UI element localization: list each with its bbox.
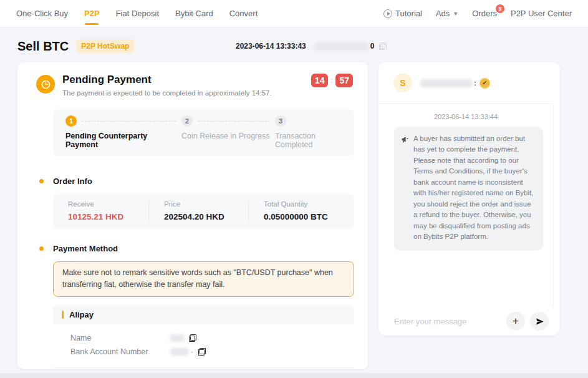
price-value: 202504.20 HKD bbox=[164, 212, 248, 221]
receive-label: Receive bbox=[68, 200, 148, 208]
nav-ads-label: Ads bbox=[436, 9, 450, 18]
quantity-field: Total Quantity 0.05000000 BTC bbox=[248, 200, 354, 221]
step-connector bbox=[198, 121, 270, 122]
orders-count-badge: 9 bbox=[496, 4, 504, 13]
page-header: Sell BTC P2P HotSwap 2023-06-14 13:33:43… bbox=[17, 35, 571, 57]
p2p-order-page: One-Click Buy P2P Fiat Deposit Bybit Car… bbox=[0, 0, 588, 378]
nav-user-center-label: P2P User Center bbox=[511, 9, 572, 18]
system-message-bubble: A buyer has submitted an order but has y… bbox=[394, 127, 543, 251]
copy-name-icon[interactable] bbox=[189, 334, 196, 342]
order-info-title: Order Info bbox=[53, 177, 354, 186]
nav-one-click-buy[interactable]: One-Click Buy bbox=[16, 0, 68, 27]
status-texts: Pending Payment The payment is expected … bbox=[62, 74, 272, 97]
account-suffix-dot: · bbox=[191, 348, 193, 356]
page-bottom-edge bbox=[0, 373, 588, 378]
attach-plus-button[interactable]: + bbox=[506, 312, 525, 331]
top-navbar: One-Click Buy P2P Fiat Deposit Bybit Car… bbox=[0, 0, 588, 27]
chat-header: S : ✔ bbox=[378, 62, 560, 104]
step-3-label: Transaction Completed bbox=[275, 132, 343, 149]
timer-seconds: 57 bbox=[335, 74, 353, 87]
counterparty-name-redacted bbox=[420, 79, 473, 87]
page-title: Sell BTC bbox=[17, 39, 69, 54]
nav-p2p[interactable]: P2P bbox=[84, 0, 100, 27]
order-timestamp: 2023-06-14 13:33:43 bbox=[236, 42, 306, 51]
payment-method-section: Payment Method Make sure not to remark s… bbox=[53, 244, 354, 368]
nav-orders[interactable]: Orders 9 bbox=[472, 9, 497, 18]
step-connector bbox=[82, 121, 176, 122]
payee-name-label: Name bbox=[70, 334, 170, 342]
nav-ads-dropdown[interactable]: Ads ▼ bbox=[436, 9, 458, 18]
copy-order-number-icon[interactable] bbox=[379, 42, 387, 50]
order-detail-card: Pending Payment The payment is expected … bbox=[17, 62, 368, 369]
chat-input-row: + bbox=[378, 308, 560, 335]
nav-tutorial[interactable]: Tutorial bbox=[383, 9, 422, 18]
accent-bar bbox=[62, 311, 64, 319]
step-1-dot: 1 bbox=[65, 115, 77, 127]
progress-steps: 1 Pending Counterparty Payment 2 Coin Re… bbox=[53, 109, 354, 156]
nav-left-group: One-Click Buy P2P Fiat Deposit Bybit Car… bbox=[16, 0, 258, 27]
payment-method-card: Alipay Name Bank Account Number · bbox=[53, 305, 354, 368]
message-timestamp: 2023-06-14 13:33:44 bbox=[378, 113, 553, 120]
payment-method-details: Name Bank Account Number · bbox=[53, 324, 354, 367]
chat-message-input[interactable] bbox=[394, 317, 506, 326]
nav-convert[interactable]: Convert bbox=[229, 0, 258, 27]
quantity-label: Total Quantity bbox=[264, 200, 354, 208]
nav-fiat-deposit[interactable]: Fiat Deposit bbox=[116, 0, 159, 27]
step-3-dot: 3 bbox=[275, 115, 286, 127]
system-message-text: A buyer has submitted an order but has y… bbox=[413, 133, 535, 243]
megaphone-icon bbox=[401, 135, 409, 243]
send-icon bbox=[535, 317, 544, 326]
quantity-value: 0.05000000 BTC bbox=[264, 212, 354, 221]
nav-bybit-card[interactable]: Bybit Card bbox=[175, 0, 213, 27]
step-2-label: Coin Release in Progress bbox=[181, 132, 275, 140]
nav-orders-label: Orders bbox=[472, 9, 497, 18]
play-circle-icon bbox=[383, 9, 392, 18]
order-info-box: Receive 10125.21 HKD Price 202504.20 HKD… bbox=[53, 194, 354, 229]
counterparty-name-tail: : bbox=[474, 79, 476, 87]
step-2-dot: 2 bbox=[181, 115, 193, 127]
timer-minutes: 14 bbox=[311, 74, 329, 87]
countdown-timer: 14 : 57 bbox=[311, 74, 353, 87]
counterparty-avatar: S bbox=[393, 74, 412, 92]
payment-method-name: Alipay bbox=[69, 310, 94, 319]
order-info-section: Order Info Receive 10125.21 HKD Price 20… bbox=[53, 177, 354, 229]
payment-method-header: Alipay bbox=[53, 305, 354, 324]
price-label: Price bbox=[164, 200, 248, 208]
payment-method-title: Payment Method bbox=[53, 244, 354, 253]
order-number-redacted bbox=[315, 42, 369, 51]
order-status-row: Pending Payment The payment is expected … bbox=[17, 62, 368, 97]
remark-warning-note: Make sure not to remark sensitive words … bbox=[53, 261, 354, 297]
bank-account-label: Bank Account Number bbox=[70, 347, 170, 356]
timer-separator: : bbox=[330, 76, 333, 85]
nav-p2p-user-center[interactable]: P2P User Center bbox=[511, 9, 572, 18]
payee-name-redacted bbox=[170, 334, 184, 342]
payee-name-row: Name bbox=[70, 331, 354, 345]
step-coin-release: 2 Coin Release in Progress bbox=[181, 115, 275, 149]
bank-account-redacted bbox=[170, 348, 189, 356]
step-transaction-completed: 3 Transaction Completed bbox=[275, 115, 343, 149]
receive-field: Receive 10125.21 HKD bbox=[53, 200, 148, 221]
status-title: Pending Payment bbox=[62, 74, 272, 86]
verified-badge-icon: ✔ bbox=[480, 79, 489, 88]
order-meta: 2023-06-14 13:33:43 0 bbox=[236, 42, 387, 51]
nav-tutorial-label: Tutorial bbox=[395, 9, 422, 18]
step-pending-payment: 1 Pending Counterparty Payment bbox=[65, 115, 181, 149]
price-field: Price 202504.20 HKD bbox=[148, 200, 248, 221]
chevron-down-icon: ▼ bbox=[453, 11, 458, 17]
bank-account-row: Bank Account Number · bbox=[70, 345, 354, 359]
receive-value: 10125.21 HKD bbox=[68, 212, 148, 221]
copy-account-icon[interactable] bbox=[198, 348, 206, 356]
hotswap-badge: P2P HotSwap bbox=[76, 39, 134, 53]
chat-message-list[interactable]: 2023-06-14 13:33:44 A buyer has submitte… bbox=[378, 104, 554, 308]
status-subtitle: The payment is expected to be completed … bbox=[62, 89, 272, 97]
chat-panel: S : ✔ 2023-06-14 13:33:44 A buyer has su… bbox=[378, 62, 560, 336]
step-1-label: Pending Counterparty Payment bbox=[65, 132, 181, 149]
nav-right-group: Tutorial Ads ▼ Orders 9 P2P User Center bbox=[383, 9, 572, 18]
order-number-suffix: 0 bbox=[370, 42, 375, 51]
clock-icon bbox=[36, 75, 55, 94]
send-message-button[interactable] bbox=[530, 312, 549, 331]
